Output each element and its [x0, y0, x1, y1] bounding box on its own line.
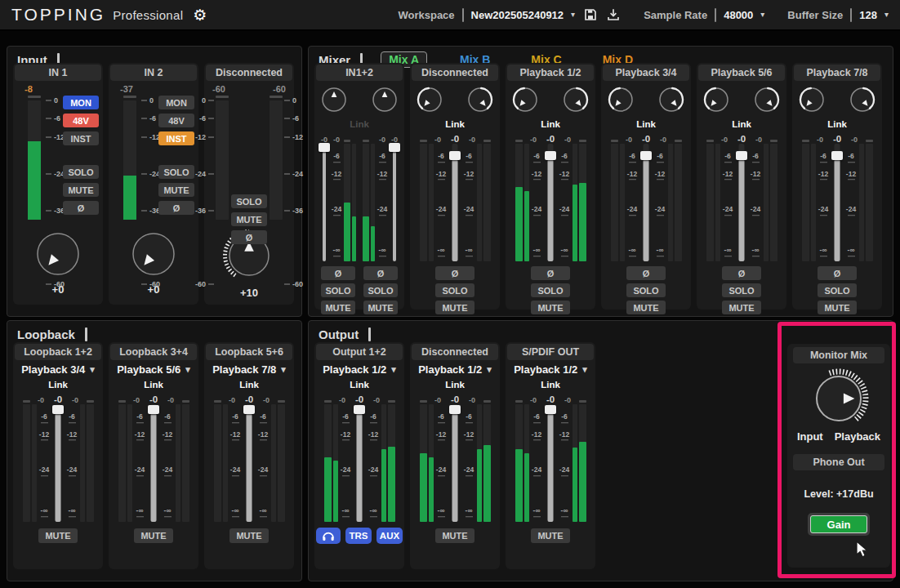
phase-button[interactable]: Ø: [722, 266, 761, 280]
gain-button[interactable]: Gain: [810, 515, 867, 533]
link-label[interactable]: Link: [109, 379, 198, 390]
phase-button[interactable]: Ø: [531, 266, 570, 280]
pan-left-knob[interactable]: [415, 85, 444, 118]
fader-handle[interactable]: [319, 143, 330, 152]
48v-toggle-button[interactable]: 48V: [63, 114, 99, 127]
phase-button[interactable]: Ø: [63, 201, 99, 215]
link-label[interactable]: Link: [410, 379, 500, 390]
solo-button[interactable]: SOLO: [626, 283, 666, 297]
workspace-caret-down-icon[interactable]: ▾: [571, 11, 575, 19]
solo-button[interactable]: SOLO: [435, 283, 475, 297]
fader-handle[interactable]: [148, 405, 159, 414]
mon-toggle-button[interactable]: MON: [158, 96, 194, 109]
pan-left-knob[interactable]: [606, 85, 635, 118]
fader-handle[interactable]: [243, 405, 255, 414]
mute-button[interactable]: MUTE: [531, 528, 570, 543]
fader-handle[interactable]: [545, 405, 556, 414]
source-select[interactable]: Playback 5/6▾: [109, 360, 198, 378]
link-label[interactable]: Link: [506, 379, 595, 390]
phase-button[interactable]: Ø: [818, 266, 857, 280]
scale-tick: -24: [559, 466, 571, 476]
source-select[interactable]: Playback 1/2▾: [314, 360, 404, 378]
mute-button[interactable]: MUTE: [63, 183, 99, 197]
settings-gear-icon[interactable]: ⚙: [193, 7, 207, 23]
workspace-value[interactable]: New202505240912: [471, 9, 564, 21]
phase-button[interactable]: Ø: [321, 266, 355, 280]
phase-button[interactable]: Ø: [158, 201, 194, 215]
source-select[interactable]: Playback 1/2▾: [506, 360, 595, 378]
48v-toggle-button[interactable]: 48V: [158, 114, 194, 127]
gain-knob[interactable]: [129, 229, 178, 282]
link-label[interactable]: Link: [792, 118, 882, 130]
mute-button[interactable]: MUTE: [229, 528, 269, 543]
sample-rate-caret-down-icon[interactable]: ▾: [760, 11, 764, 19]
pan-right-knob[interactable]: [370, 85, 399, 118]
inst-toggle-button[interactable]: INST: [63, 131, 99, 145]
solo-button[interactable]: SOLO: [531, 283, 570, 297]
solo-button[interactable]: SOLO: [722, 283, 761, 297]
link-label[interactable]: Link: [314, 379, 404, 390]
mute-button[interactable]: MUTE: [435, 301, 475, 314]
buffer-size-caret-down-icon[interactable]: ▾: [884, 11, 889, 19]
pan-right-knob[interactable]: [848, 85, 877, 118]
pan-left-knob[interactable]: [702, 85, 731, 118]
inst-toggle-button[interactable]: INST: [158, 131, 194, 145]
solo-button[interactable]: SOLO: [63, 165, 99, 179]
link-label[interactable]: Link: [410, 118, 500, 130]
headphone-button[interactable]: [316, 528, 341, 544]
export-icon[interactable]: [605, 7, 621, 23]
fader-handle[interactable]: [545, 151, 556, 160]
fader-handle[interactable]: [52, 405, 64, 414]
mute-button[interactable]: MUTE: [38, 528, 78, 543]
solo-button[interactable]: SOLO: [158, 165, 194, 179]
mute-button[interactable]: MUTE: [626, 301, 666, 314]
mute-button[interactable]: MUTE: [722, 301, 761, 314]
phase-button[interactable]: Ø: [626, 266, 666, 280]
trs-button[interactable]: TRS: [345, 528, 372, 544]
fader-handle[interactable]: [736, 151, 747, 160]
solo-button[interactable]: SOLO: [363, 283, 398, 297]
phase-button[interactable]: Ø: [435, 266, 475, 280]
solo-button[interactable]: SOLO: [231, 194, 267, 208]
pan-left-knob[interactable]: [319, 85, 349, 118]
fader-handle[interactable]: [449, 151, 461, 160]
pan-left-knob[interactable]: [510, 85, 540, 118]
source-select[interactable]: Playback 1/2▾: [410, 360, 500, 378]
pan-right-knob[interactable]: [561, 85, 590, 118]
source-select[interactable]: Playback 3/4▾: [13, 360, 103, 378]
mute-button[interactable]: MUTE: [531, 301, 570, 314]
pan-right-knob[interactable]: [466, 85, 495, 118]
link-label[interactable]: Link: [13, 379, 103, 390]
fader-handle[interactable]: [389, 143, 400, 152]
pan-right-knob[interactable]: [657, 85, 686, 118]
monitor-mix-knob[interactable]: [787, 367, 890, 430]
fader-handle[interactable]: [831, 151, 843, 160]
sample-rate-value[interactable]: 48000: [724, 9, 753, 21]
solo-button[interactable]: SOLO: [818, 283, 857, 297]
phase-button[interactable]: Ø: [363, 266, 398, 280]
pan-right-knob[interactable]: [752, 85, 782, 118]
link-label[interactable]: Link: [697, 118, 786, 130]
fader-handle[interactable]: [449, 405, 461, 414]
mon-toggle-button[interactable]: MON: [63, 96, 99, 109]
mute-button[interactable]: MUTE: [134, 528, 173, 543]
solo-button[interactable]: SOLO: [321, 283, 355, 297]
gain-knob[interactable]: [33, 229, 82, 282]
link-label[interactable]: Link: [506, 118, 595, 130]
mute-button[interactable]: MUTE: [231, 212, 267, 226]
pan-left-knob[interactable]: [797, 85, 826, 118]
save-icon[interactable]: [582, 7, 598, 23]
mute-button[interactable]: MUTE: [435, 528, 475, 543]
link-label[interactable]: Link: [601, 118, 691, 130]
phase-button[interactable]: Ø: [231, 230, 267, 244]
buffer-size-value[interactable]: 128: [859, 9, 877, 21]
fader-handle[interactable]: [354, 405, 365, 414]
link-label[interactable]: Link: [204, 379, 294, 390]
mute-button[interactable]: MUTE: [363, 301, 398, 314]
fader-handle[interactable]: [640, 151, 652, 160]
mute-button[interactable]: MUTE: [818, 301, 857, 314]
aux-button[interactable]: AUX: [376, 528, 403, 544]
source-select[interactable]: Playback 7/8▾: [204, 360, 294, 378]
mute-button[interactable]: MUTE: [158, 183, 194, 197]
mute-button[interactable]: MUTE: [321, 301, 355, 314]
